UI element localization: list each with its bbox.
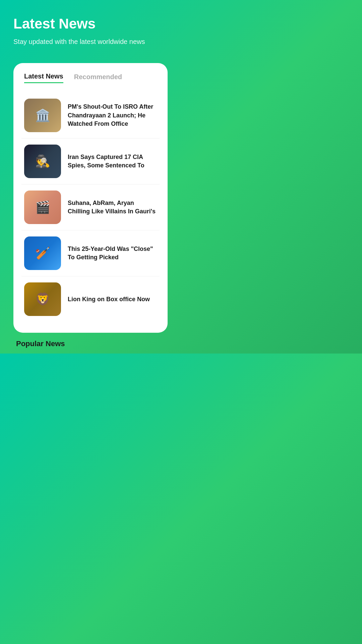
news-thumbnail-4: 🏏 <box>24 236 61 270</box>
page-title: Latest News <box>13 16 168 32</box>
page-subtitle: Stay updated with the latest worldwide n… <box>13 37 168 46</box>
tabs-container: Latest News Recommended <box>21 72 160 83</box>
news-list: 🏛️PM's Shout-Out To ISRO After Chandraya… <box>21 93 160 322</box>
news-headline-5: Lion King on Box office Now <box>68 295 157 304</box>
news-item-5[interactable]: 🦁Lion King on Box office Now <box>21 276 160 322</box>
news-headline-3: Suhana, AbRam, Aryan Chilling Like Villa… <box>68 199 157 216</box>
news-item-2[interactable]: 🕵️Iran Says Captured 17 CIA Spies, Some … <box>21 139 160 184</box>
news-item-4[interactable]: 🏏This 25-Year-Old Was "Close" To Getting… <box>21 230 160 276</box>
news-item-1[interactable]: 🏛️PM's Shout-Out To ISRO After Chandraya… <box>21 93 160 139</box>
news-thumbnail-5: 🦁 <box>24 282 61 316</box>
header: Latest News Stay updated with the latest… <box>0 0 181 60</box>
news-headline-2: Iran Says Captured 17 CIA Spies, Some Se… <box>68 153 157 170</box>
news-item-3[interactable]: 🎬Suhana, AbRam, Aryan Chilling Like Vill… <box>21 184 160 230</box>
news-headline-4: This 25-Year-Old Was "Close" To Getting … <box>68 245 157 262</box>
news-thumbnail-2: 🕵️ <box>24 145 61 178</box>
news-thumbnail-3: 🎬 <box>24 191 61 224</box>
news-headline-1: PM's Shout-Out To ISRO After Chandrayaan… <box>68 103 157 128</box>
tab-recommended[interactable]: Recommended <box>74 72 122 83</box>
popular-section: Popular News <box>0 333 181 354</box>
tab-latest-news[interactable]: Latest News <box>24 72 63 83</box>
popular-title: Popular News <box>16 339 165 348</box>
news-card: Latest News Recommended 🏛️PM's Shout-Out… <box>13 63 168 333</box>
news-thumbnail-1: 🏛️ <box>24 99 61 132</box>
